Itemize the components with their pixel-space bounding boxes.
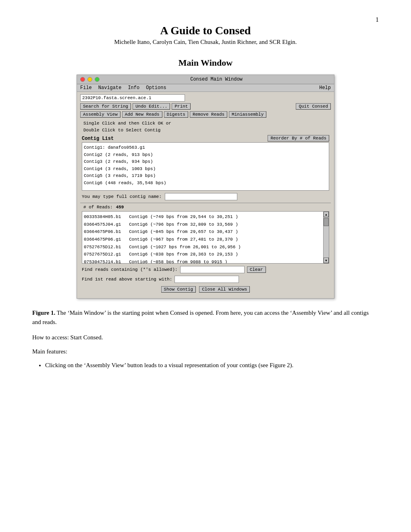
figure-caption: Figure 1. The ‘Main Window’ is the start… bbox=[32, 308, 379, 326]
main-window-screenshot: Consed Main Window File Navigate Info Op… bbox=[77, 75, 334, 299]
reads-list-wrapper: 00335384H05.b1 Contig6 (~749 bps from 29… bbox=[82, 211, 329, 264]
scrollbar-thumb[interactable] bbox=[324, 218, 329, 226]
find-first-row: Find 1st read above starting with: bbox=[82, 276, 329, 283]
menu-file[interactable]: File bbox=[80, 85, 92, 91]
main-features-list: Clicking on the ‘Assembly View’ button l… bbox=[45, 361, 379, 370]
assembly-view-button[interactable]: Assembly View bbox=[80, 111, 120, 118]
table-row[interactable]: 03664575J04.g1 Contig6 (~796 bps from 32… bbox=[84, 221, 321, 229]
maximize-button-icon[interactable] bbox=[95, 77, 100, 82]
find-first-input[interactable] bbox=[174, 276, 239, 283]
table-row[interactable]: 03664675P06.g1 Contig6 (~967 bps from 27… bbox=[84, 236, 321, 243]
list-item[interactable]: Contig4 (3 reads, 1003 bps) bbox=[84, 166, 327, 173]
window-titlebar: Consed Main Window bbox=[77, 75, 334, 84]
remove-reads-button[interactable]: Remove Reads bbox=[190, 111, 227, 118]
window-title: Consed Main Window bbox=[102, 77, 331, 82]
reads-count-row: # of Reads: 459 bbox=[83, 205, 328, 210]
section-title-main-window: Main Window bbox=[32, 58, 379, 68]
add-new-reads-button[interactable]: Add New Reads bbox=[122, 111, 162, 118]
contig-name-label: You may type full contig name: bbox=[82, 194, 162, 199]
show-contig-button[interactable]: Show Contig bbox=[161, 286, 196, 293]
search-for-string-button[interactable]: Search for String bbox=[80, 103, 131, 110]
contig-list-box[interactable]: Contig1: danafos0563.g1 Contig2 (2 reads… bbox=[82, 142, 329, 191]
list-item[interactable]: Contig3 (2 reads, 934 bps) bbox=[84, 158, 327, 166]
quit-consed-button[interactable]: Quit Consed bbox=[296, 103, 331, 110]
menu-options[interactable]: Options bbox=[146, 85, 166, 91]
scroll-down-button[interactable]: ▼ bbox=[324, 258, 329, 263]
scroll-up-button[interactable]: ▲ bbox=[324, 212, 329, 217]
miniassembly-button[interactable]: Miniassembly bbox=[229, 111, 266, 118]
table-row[interactable]: 07527675D12.b1 Contig6 (~1027 bps from 2… bbox=[84, 243, 321, 251]
find-reads-input[interactable] bbox=[180, 266, 245, 273]
clear-button[interactable]: Clear bbox=[247, 266, 266, 273]
scrollbar-track: ▲ ▼ bbox=[323, 212, 329, 263]
list-item[interactable]: Contig5 (3 reads, 1719 bps) bbox=[84, 172, 327, 180]
divider-1 bbox=[80, 203, 331, 203]
digests-button[interactable]: Digests bbox=[164, 111, 188, 118]
reorder-button[interactable]: Reorder By # of Reads bbox=[268, 135, 329, 141]
menu-help[interactable]: Help bbox=[319, 85, 331, 91]
contig-name-row: You may type full contig name: bbox=[82, 193, 329, 200]
list-item: Clicking on the ‘Assembly View’ button l… bbox=[45, 361, 379, 370]
document-title: A Guide to Consed bbox=[32, 24, 379, 37]
table-row[interactable]: 07527675D12.g1 Contig6 (~838 bps from 28… bbox=[84, 251, 321, 258]
close-all-windows-button[interactable]: Close All Windows bbox=[199, 286, 250, 293]
table-row[interactable]: 07530475J14.b1 Contig6 (~858 bps from 90… bbox=[84, 258, 321, 264]
window-menubar: File Navigate Info Options Help bbox=[77, 84, 334, 92]
toolbar-row-2: Assembly View Add New Reads Digests Remo… bbox=[80, 111, 331, 118]
page-number: 1 bbox=[376, 16, 379, 23]
bottom-buttons-row: Show Contig Close All Windows bbox=[82, 286, 329, 293]
file-input[interactable] bbox=[80, 94, 185, 102]
table-row[interactable]: 00335384H05.b1 Contig6 (~749 bps from 29… bbox=[84, 213, 321, 221]
list-item[interactable]: Contig6 (448 reads, 35,548 bps) bbox=[84, 180, 327, 187]
undo-edit-button[interactable]: Undo Edit... bbox=[133, 103, 170, 110]
window-body: Search for String Undo Edit... Print Qui… bbox=[77, 92, 334, 298]
figure-label: Figure 1. bbox=[32, 310, 55, 316]
find-reads-label: Find reads containing (*'s allowed): bbox=[82, 267, 178, 272]
contig-list-label: Contig List bbox=[82, 136, 114, 141]
menu-navigate[interactable]: Navigate bbox=[98, 85, 122, 91]
minimize-button-icon[interactable] bbox=[87, 77, 92, 82]
print-button[interactable]: Print bbox=[172, 103, 191, 110]
main-features-label: Main features: bbox=[32, 347, 379, 356]
find-first-label: Find 1st read above starting with: bbox=[82, 277, 172, 282]
menu-info[interactable]: Info bbox=[128, 85, 139, 91]
contig-section-header: Contig List Reorder By # of Reads bbox=[80, 135, 331, 141]
list-item[interactable]: Contig2 (2 reads, 913 bps) bbox=[84, 152, 327, 159]
figure-caption-text: The ‘Main Window’ is the starting point … bbox=[32, 310, 369, 325]
reads-count-value: 459 bbox=[116, 205, 124, 210]
contig-name-input[interactable] bbox=[165, 193, 237, 200]
list-item[interactable]: Contig1: danafos0563.g1 bbox=[84, 144, 327, 152]
how-to-access-text: How to access: Start Consed. bbox=[32, 333, 379, 342]
find-reads-row: Find reads containing (*'s allowed): Cle… bbox=[82, 266, 329, 273]
table-row[interactable]: 03664675P06.b1 Contig6 (~845 bps from 29… bbox=[84, 228, 321, 236]
file-field-row bbox=[80, 94, 331, 102]
reads-label: # of Reads: bbox=[83, 205, 113, 210]
close-button-icon[interactable] bbox=[80, 77, 85, 82]
instructions-text: Single Click and then Click OK or Double… bbox=[83, 120, 331, 133]
reads-list-box[interactable]: 00335384H05.b1 Contig6 (~749 bps from 29… bbox=[82, 211, 329, 264]
toolbar-row-1: Search for String Undo Edit... Print Qui… bbox=[80, 103, 331, 110]
document-authors: Michelle Itano, Carolyn Cain, Tien Chusa… bbox=[32, 39, 379, 46]
